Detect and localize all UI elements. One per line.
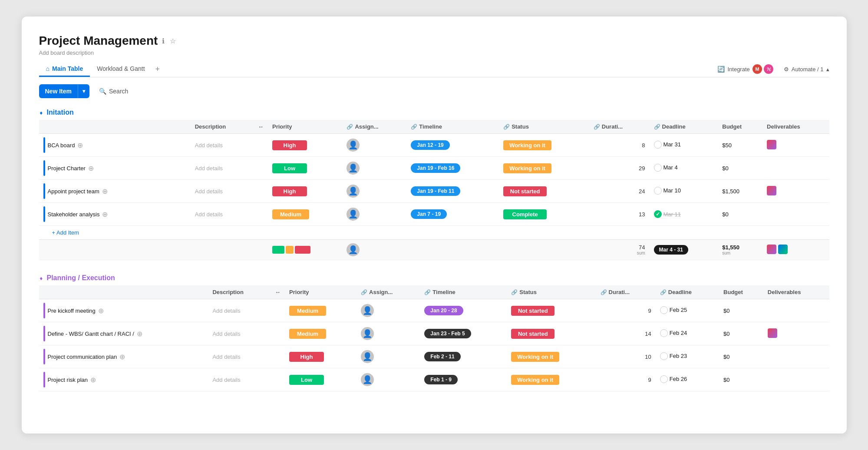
row-assignee: 👤 <box>342 134 406 157</box>
row-description[interactable]: Add details <box>208 368 271 391</box>
deliverable-thumb-1 <box>767 245 776 254</box>
row-assignee: 👤 <box>356 345 420 368</box>
add-row-icon[interactable]: ⊕ <box>119 353 125 361</box>
row-name-cell: Project risk plan ⊕ <box>39 368 208 391</box>
new-item-button[interactable]: New Item ▾ <box>39 84 89 98</box>
add-row-icon[interactable]: ⊕ <box>90 376 96 384</box>
row-name-cell: Stakeholder analysis ⊕ <box>39 203 191 226</box>
row-description[interactable]: Add details <box>208 345 271 368</box>
add-item-row[interactable]: + Add Item <box>39 226 829 240</box>
row-deadline: ✓ Mar 11 <box>650 203 718 226</box>
row-status[interactable]: Working on it <box>507 345 596 368</box>
deadline-check-empty[interactable] <box>660 375 668 383</box>
row-priority[interactable]: Medium <box>268 203 342 226</box>
tab-main-table-label: Main Table <box>52 65 83 72</box>
row-duration: 24 <box>589 180 650 203</box>
star-icon-button[interactable]: ☆ <box>169 36 177 46</box>
row-description[interactable]: Add details <box>191 203 254 226</box>
row-timeline: Feb 2 - 11 <box>420 345 507 368</box>
row-priority[interactable]: Medium <box>285 299 356 322</box>
row-priority[interactable]: Low <box>268 157 342 180</box>
row-status[interactable]: Complete <box>499 203 589 226</box>
row-description[interactable]: Add details <box>208 299 271 322</box>
row-status[interactable]: Not started <box>499 180 589 203</box>
add-item-label[interactable]: + Add Item <box>39 226 829 240</box>
add-row-icon[interactable]: ⊕ <box>98 307 104 315</box>
row-resize <box>271 322 285 345</box>
deliverable-thumb <box>767 140 776 149</box>
initiation-table: Description ↔ Priority 🔗 Assign... 🔗 <box>39 120 829 260</box>
deadline-check-empty[interactable] <box>654 187 662 195</box>
row-timeline: Jan 19 - Feb 11 <box>406 180 499 203</box>
add-row-icon[interactable]: ⊕ <box>102 187 108 195</box>
row-priority[interactable]: High <box>268 180 342 203</box>
row-description[interactable]: Add details <box>208 322 271 345</box>
deadline-check-empty[interactable] <box>660 306 668 314</box>
deadline-check-empty[interactable] <box>654 141 662 149</box>
row-priority[interactable]: High <box>285 345 356 368</box>
section-initiation-title: Initation <box>47 109 74 116</box>
row-description[interactable]: Add details <box>191 180 254 203</box>
summary-status <box>499 240 589 260</box>
row-status[interactable]: Working on it <box>499 157 589 180</box>
row-status[interactable]: Working on it <box>499 134 589 157</box>
assignee-link-icon: 🔗 <box>361 289 367 295</box>
tab-workload-gantt[interactable]: Workload & Gantt <box>90 62 152 77</box>
col-budget: Budget <box>719 285 763 299</box>
deliverable-thumb-2 <box>778 245 788 254</box>
row-deadline: Mar 10 <box>650 180 718 203</box>
table-row: Project communication plan ⊕ Add details… <box>39 345 829 368</box>
tab-add-button[interactable]: + <box>152 61 164 77</box>
row-assignee: 👤 <box>356 368 420 391</box>
new-item-dropdown-icon[interactable]: ▾ <box>78 85 89 98</box>
tabs-row: ⌂ Main Table Workload & Gantt + 🔄 Integr… <box>39 61 829 77</box>
search-button[interactable]: 🔍 Search <box>95 85 132 97</box>
row-status[interactable]: Working on it <box>507 368 596 391</box>
avatar-icon: 👤 <box>361 327 374 340</box>
row-resize <box>271 345 285 368</box>
row-color-bar <box>43 372 45 387</box>
col-timeline: 🔗 Timeline <box>420 285 507 299</box>
row-resize <box>254 134 268 157</box>
info-icon-button[interactable]: ℹ <box>161 36 165 46</box>
automate-button[interactable]: ⚙ Automate / 1 ▴ <box>784 66 829 73</box>
row-status[interactable]: Not started <box>507 299 596 322</box>
row-priority[interactable]: Medium <box>285 322 356 345</box>
add-row-icon[interactable]: ⊕ <box>102 210 108 218</box>
row-color-bar <box>43 206 45 222</box>
add-row-icon[interactable]: ⊕ <box>137 330 142 338</box>
col-priority: Priority <box>285 285 356 299</box>
planning-table-wrapper: Description ↔ Priority 🔗 Assign... 🔗 <box>39 285 829 391</box>
deadline-check-empty[interactable] <box>660 352 668 360</box>
row-deliverables <box>763 322 829 345</box>
priority-bar-high <box>295 246 310 254</box>
deadline-check-empty[interactable] <box>660 329 668 337</box>
row-description[interactable]: Add details <box>191 134 254 157</box>
deadline-check-complete[interactable]: ✓ <box>654 210 662 218</box>
row-name: Pre kickoff meeting <box>48 308 96 314</box>
row-assignee: 👤 <box>356 299 420 322</box>
row-duration: 13 <box>589 203 650 226</box>
row-assignee: 👤 <box>356 322 420 345</box>
integrate-icon: 🔄 <box>717 66 725 73</box>
row-name-cell: Pre kickoff meeting ⊕ <box>39 299 208 322</box>
row-timeline: Jan 12 - 19 <box>406 134 499 157</box>
avatar-icon: 👤 <box>347 162 360 175</box>
add-row-icon[interactable]: ⊕ <box>88 164 94 172</box>
section-planning-title: Planning / Execution <box>47 274 115 282</box>
deliverable-thumb <box>767 186 776 195</box>
row-description[interactable]: Add details <box>191 157 254 180</box>
add-row-icon[interactable]: ⊕ <box>77 141 83 149</box>
col-status: 🔗 Status <box>507 285 596 299</box>
row-priority[interactable]: Low <box>285 368 356 391</box>
page-title: Project Management <box>39 34 158 48</box>
row-color-bar <box>43 326 45 341</box>
col-budget: Budget <box>718 120 762 134</box>
integrate-button[interactable]: 🔄 Integrate M 𝓗 <box>714 63 776 76</box>
row-duration: 9 <box>596 299 656 322</box>
deadline-check-empty[interactable] <box>654 164 662 172</box>
tab-main-table[interactable]: ⌂ Main Table <box>39 62 90 77</box>
row-priority[interactable]: High <box>268 134 342 157</box>
col-resize: ↔ <box>271 285 285 299</box>
row-status[interactable]: Not started <box>507 322 596 345</box>
